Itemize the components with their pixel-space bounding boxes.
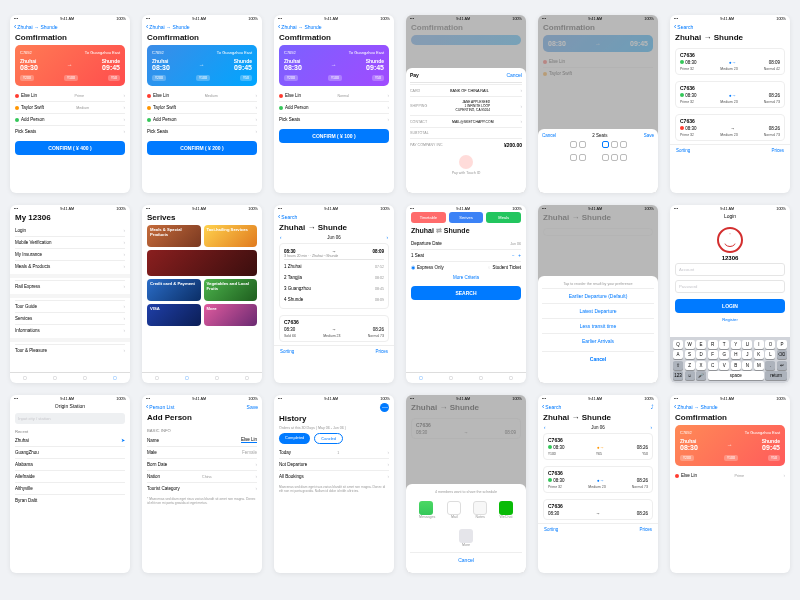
seat-row[interactable]: 1 Seat− +	[411, 249, 521, 261]
wechat-icon[interactable]	[499, 501, 513, 515]
station-item[interactable]: Alabama	[15, 458, 125, 470]
next-day[interactable]: ›	[386, 235, 388, 240]
account-input[interactable]: Account	[675, 263, 785, 276]
trip-card[interactable]: C7636 08:30→08:26Prime 32Medium 23Normal…	[675, 114, 785, 141]
nav-back[interactable]: Zhuhai → Shunde	[274, 22, 394, 32]
departure-date[interactable]: Departure DateJun 06	[411, 238, 521, 249]
tab-timetable[interactable]: Timetable	[411, 212, 446, 223]
nav-back[interactable]: Zhuhai → Shunde	[10, 22, 130, 32]
sort-option[interactable]: Earlier Departure (Default)	[542, 288, 654, 303]
service-tile[interactable]	[147, 250, 257, 276]
service-tile[interactable]: Credit card & Payment	[147, 279, 201, 301]
list-item[interactable]: Tour & Pleasure	[15, 344, 125, 356]
trip-card[interactable]: C7636 08:30●→08:26Prime 32Medium 23Norma…	[675, 81, 785, 108]
sort-option[interactable]: Less transit time	[542, 318, 654, 333]
passenger-row[interactable]: Else LinPrime	[15, 90, 125, 101]
list-item[interactable]: Mobile Verification	[15, 236, 125, 248]
service-tile[interactable]: More	[204, 304, 258, 326]
seat-grid[interactable]	[542, 138, 654, 151]
search-button[interactable]: SEARCH	[411, 286, 521, 300]
ticket-card[interactable]: C7692To Guangzhou East Zhuhai08:30→Shund…	[279, 45, 389, 86]
prices-button[interactable]: Prices	[771, 148, 784, 153]
cancel-link[interactable]: Cancel	[506, 72, 522, 78]
station-item[interactable]: Althyville	[15, 482, 125, 494]
station-item[interactable]: Byran Daltt	[15, 494, 125, 506]
tab-cancelled[interactable]: Cancled	[314, 433, 343, 444]
pick-seats-row[interactable]: Pick Seats	[279, 113, 389, 125]
mail-icon[interactable]	[447, 501, 461, 515]
share-sheet[interactable]: 4 members want to share the schedule Mes…	[406, 484, 526, 573]
history-item[interactable]: Today1	[279, 447, 389, 458]
applepay-sheet[interactable]: PayCancel CARDBANK OF CHINA RAIL SHIPPIN…	[406, 68, 526, 193]
history-item[interactable]: Not Departure	[279, 458, 389, 470]
tab-bar[interactable]: ▢▢▢▢	[10, 372, 130, 383]
list-item[interactable]: Login	[15, 225, 125, 236]
list-item[interactable]: Informations	[15, 324, 125, 336]
tab-completed[interactable]: Completed	[279, 433, 310, 444]
messages-icon[interactable]	[419, 501, 433, 515]
passenger-row[interactable]: Else LinNormal	[279, 90, 389, 101]
list-item[interactable]: Tour Guide	[15, 300, 125, 312]
list-item[interactable]: Rail Express	[15, 280, 125, 292]
cancel-link[interactable]: Cancel	[542, 133, 556, 138]
service-tile[interactable]: VISA	[147, 304, 201, 326]
login-button[interactable]: LOGIN	[675, 299, 785, 313]
keyboard[interactable]: QWERTYUIOP ASDFGHJKL⌫ ⇧ZXCVBNM.↵ 123☺🎤sp…	[670, 337, 790, 384]
sort-option[interactable]: Earlier Arrivals	[542, 333, 654, 348]
passenger-row[interactable]: Else LinPrime	[675, 470, 785, 481]
history-item[interactable]: All Bookings	[279, 470, 389, 482]
confirm-button[interactable]: CONFIRM ( ¥ 200 )	[147, 141, 257, 155]
passenger-row[interactable]: Else LinMedium	[147, 90, 257, 101]
prev-day[interactable]: ‹	[280, 235, 282, 240]
pick-seats-row[interactable]: Pick Seats	[15, 125, 125, 137]
ticket-card[interactable]: C7692To Guangzhou East Zhuhai08:30→Shund…	[675, 425, 785, 466]
add-person-row[interactable]: Add Person	[279, 101, 389, 113]
pick-seats-row[interactable]: Pick Seats	[147, 125, 257, 137]
borndate-field[interactable]: Born Date	[147, 458, 257, 470]
add-person-row[interactable]: Add Person	[15, 113, 125, 125]
register-link[interactable]: Register	[670, 317, 790, 322]
cancel-option[interactable]: Cancel	[542, 351, 654, 366]
list-item[interactable]: Meals & Products	[15, 260, 125, 272]
confirm-button[interactable]: CONFIRM ( ¥ 400 )	[15, 141, 125, 155]
service-tile[interactable]: Taxi-hailing Services	[204, 225, 258, 247]
sort-button[interactable]: Sorting	[676, 148, 690, 153]
search-input[interactable]: Input city / station	[15, 413, 125, 424]
station-item[interactable]: Zhuhai➤	[15, 435, 125, 446]
station-item[interactable]: GuangZhou	[15, 446, 125, 458]
trip-card[interactable]: C7636 08:30●→08:09Prime 32Medium 23Norma…	[675, 48, 785, 75]
tab-meals[interactable]: Meals	[486, 212, 521, 223]
save-link[interactable]: Save	[644, 133, 654, 138]
nav-back[interactable]: Search	[670, 22, 790, 32]
sort-option[interactable]: Latest Departure	[542, 303, 654, 318]
confirm-button[interactable]: CONFIRM ( ¥ 100 )	[279, 129, 389, 143]
list-item[interactable]: Services	[15, 312, 125, 324]
sort-sheet[interactable]: Tap to reorder the result by your prefer…	[538, 276, 658, 383]
touchid-icon[interactable]	[459, 155, 473, 169]
category-field[interactable]: Tourist Category	[147, 482, 257, 494]
nation-field[interactable]: NationChina	[147, 470, 257, 482]
ticket-card[interactable]: C7692To Guangzhou East Zhuhai08:30→Shund…	[15, 45, 125, 86]
more-icon[interactable]	[459, 529, 473, 543]
more-criteria[interactable]: More Criteria	[406, 273, 526, 282]
add-person-row[interactable]: Add Person	[147, 113, 257, 125]
station-item[interactable]: Ailefnaide	[15, 470, 125, 482]
passenger-row[interactable]: Taylor SwiftMedium	[15, 101, 125, 113]
tab-bar[interactable]: ▢▢▢▢	[142, 372, 262, 383]
name-field[interactable]: NameElse Lin	[147, 434, 257, 446]
cancel-option[interactable]: Cancel	[410, 552, 522, 567]
passenger-row[interactable]: Taylor Swift	[147, 101, 257, 113]
tab-services[interactable]: Serives	[449, 212, 484, 223]
service-tile[interactable]: Meals & Special Products	[147, 225, 201, 247]
page-title: Comfirmation	[10, 32, 130, 45]
list-item[interactable]: My Insurance	[15, 248, 125, 260]
seat-sheet[interactable]: Cancel2 SeatsSave	[538, 129, 658, 193]
ticket-card[interactable]: C7692To Guangzhou East Zhuhai08:30→Shund…	[147, 45, 257, 86]
nav-back[interactable]: Zhuhai → Shunde	[142, 22, 262, 32]
sex-field[interactable]: MaleFemale	[147, 446, 257, 458]
info-icon[interactable]: ⋯	[380, 403, 389, 412]
password-input[interactable]: Password	[675, 280, 785, 293]
service-tile[interactable]: Vegetables and Local Fruits	[204, 279, 258, 301]
notes-icon[interactable]	[473, 501, 487, 515]
save-link[interactable]: Save	[247, 404, 258, 410]
